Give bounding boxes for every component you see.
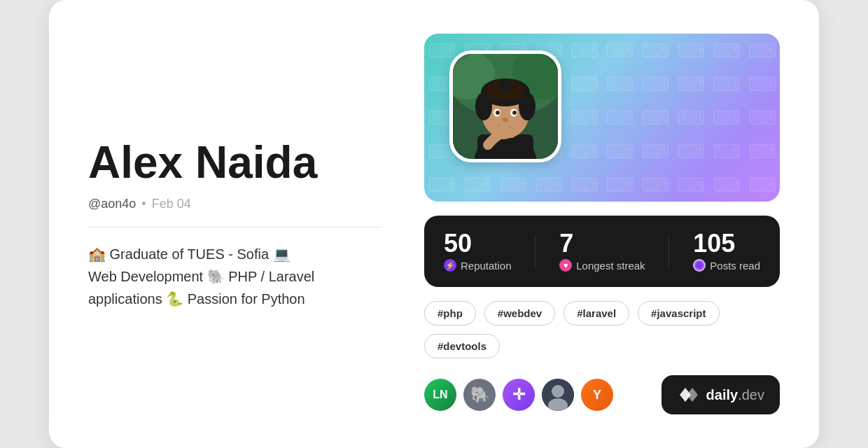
posts-read-icon	[693, 259, 706, 272]
tags-row: #php #webdev #laravel #javascript #devto…	[424, 301, 780, 358]
streak-icon: ♥	[559, 259, 572, 272]
daily-dev-icon	[677, 385, 699, 405]
stat-streak: 7 ♥ Longest streak	[559, 231, 645, 272]
profile-banner: ⌨⌨⌨⌨⌨⌨⌨⌨⌨⌨ ⌨⌨⌨⌨⌨⌨⌨⌨⌨⌨ ⌨⌨⌨⌨⌨⌨⌨⌨⌨⌨ ⌨⌨⌨⌨⌨⌨⌨…	[424, 34, 780, 202]
avatar-orange[interactable]: Y	[581, 379, 613, 411]
avatars-list: LN 🐘 ✛	[424, 379, 613, 411]
streak-value: 7	[559, 231, 573, 256]
daily-dev-text: daily.dev	[706, 387, 764, 403]
avatar-crosshair[interactable]: ✛	[503, 379, 535, 411]
avatar-elephant[interactable]: 🐘	[463, 379, 496, 411]
tag-laravel[interactable]: #laravel	[564, 301, 629, 326]
svg-point-20	[552, 385, 564, 398]
separator-dot: •	[141, 197, 146, 211]
streak-label: ♥ Longest streak	[559, 259, 645, 272]
tag-devtools[interactable]: #devtools	[424, 334, 500, 358]
left-panel: Alex Naida @aon4o • Feb 04 🏫 Graduate of…	[88, 138, 382, 310]
tag-webdev[interactable]: #webdev	[484, 301, 555, 326]
svg-point-12	[519, 92, 536, 120]
stat-posts-read: 105 Posts read	[693, 231, 760, 272]
svg-point-17	[503, 118, 508, 122]
svg-point-10	[500, 80, 511, 92]
join-date: Feb 04	[152, 197, 191, 211]
reputation-label: ⚡ Reputation	[444, 259, 512, 272]
logo-light: .dev	[738, 387, 764, 402]
avatar-ln[interactable]: LN	[424, 379, 456, 411]
tag-php[interactable]: #php	[424, 301, 476, 326]
stat-divider-2	[668, 234, 669, 268]
svg-point-16	[512, 111, 517, 115]
avatar-image	[453, 54, 558, 159]
daily-dev-logo: daily.dev	[662, 375, 780, 414]
posts-read-value: 105	[693, 231, 735, 256]
handle-date-row: @aon4o • Feb 04	[88, 197, 382, 211]
user-name: Alex Naida	[88, 138, 382, 187]
reputation-icon: ⚡	[444, 259, 456, 272]
avatar-dark[interactable]	[542, 379, 574, 411]
user-bio: 🏫 Graduate of TUES - Sofia 💻 Web Develop…	[88, 243, 382, 310]
stat-reputation: 50 ⚡ Reputation	[444, 231, 512, 272]
profile-card: Alex Naida @aon4o • Feb 04 🏫 Graduate of…	[49, 0, 819, 448]
right-panel: ⌨⌨⌨⌨⌨⌨⌨⌨⌨⌨ ⌨⌨⌨⌨⌨⌨⌨⌨⌨⌨ ⌨⌨⌨⌨⌨⌨⌨⌨⌨⌨ ⌨⌨⌨⌨⌨⌨⌨…	[424, 34, 780, 414]
bottom-row: LN 🐘 ✛	[424, 375, 780, 414]
divider	[88, 227, 382, 227]
svg-point-15	[496, 111, 500, 115]
posts-read-label: Posts read	[693, 259, 760, 272]
svg-point-11	[475, 92, 492, 120]
user-handle: @aon4o	[88, 197, 136, 211]
logo-bold: daily	[706, 387, 738, 402]
reputation-value: 50	[444, 231, 472, 256]
avatar-wrapper	[449, 50, 561, 162]
stat-divider-1	[535, 234, 536, 268]
stats-bar: 50 ⚡ Reputation 7 ♥ Longest streak 105	[424, 216, 780, 287]
tag-javascript[interactable]: #javascript	[638, 301, 719, 326]
